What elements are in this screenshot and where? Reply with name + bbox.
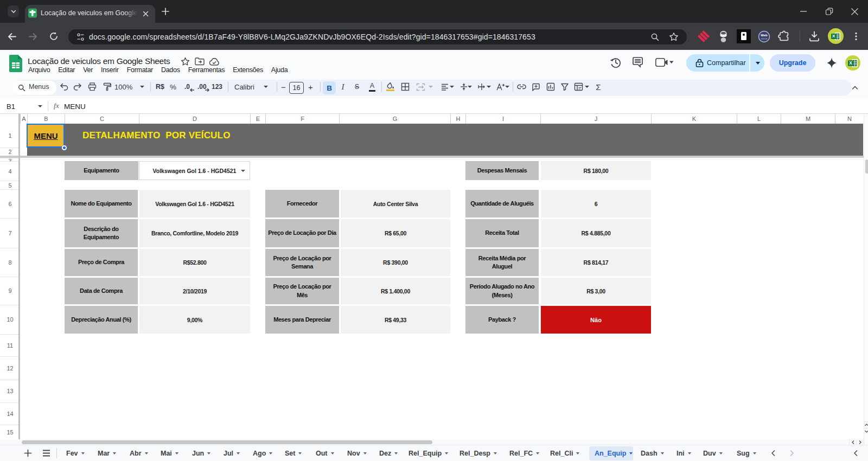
- svg-text:VOICE: VOICE: [761, 37, 767, 40]
- svg-text:X: X: [849, 60, 852, 66]
- svg-text:Web: Web: [761, 33, 768, 36]
- svg-text:X: X: [832, 34, 835, 39]
